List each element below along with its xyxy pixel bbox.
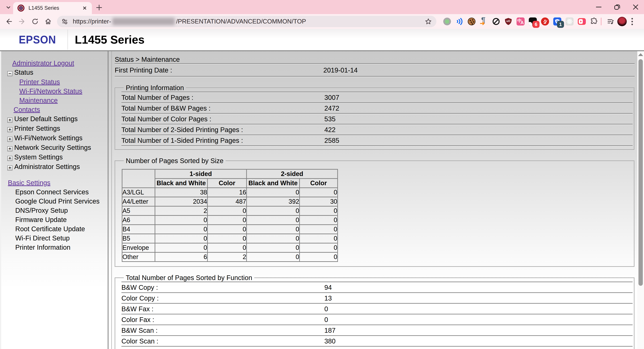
expand-box-icon[interactable]: + [8, 127, 12, 132]
sidebar-item-printer-settings[interactable]: +Printer Settings [1, 125, 108, 132]
back-button[interactable] [2, 15, 16, 28]
sidebar-item-printer-information[interactable]: Printer Information [1, 244, 108, 251]
sidebar-item-maintenance[interactable]: Maintenance [1, 97, 108, 104]
sidebar-item-printer-status[interactable]: Printer Status [1, 78, 108, 85]
bitwarden-extension[interactable]: 1 [553, 18, 561, 26]
reload-button[interactable] [28, 15, 42, 28]
profile-avatar[interactable] [617, 17, 627, 26]
close-window-button[interactable] [632, 3, 640, 11]
info-row: Total Number of 1-Sided Printing Pages :… [122, 136, 632, 145]
extensions-menu-button[interactable] [590, 18, 598, 26]
url-text[interactable]: https://printer-/PRESENTATION/ADVANCED/C… [73, 18, 306, 25]
scrollbar-thumb[interactable] [638, 59, 643, 286]
pages-by-size-table: 1-sided 2-sided Black and White Color Bl… [122, 169, 338, 262]
tab-bar: L1455 Series [0, 0, 644, 14]
browser-tab[interactable]: L1455 Series [13, 2, 92, 14]
pages-by-function-group: Total Number of Pages Sorted by Function… [115, 274, 634, 349]
forward-button[interactable] [16, 15, 28, 28]
status-circle-extension[interactable] [443, 18, 451, 26]
printing-information-legend: Printing Information [124, 84, 186, 92]
microphone-icon [541, 18, 549, 26]
voice-control-extension[interactable] [541, 18, 549, 26]
video-enhancer-extension[interactable] [578, 18, 586, 26]
expand-box-icon[interactable]: + [8, 146, 12, 151]
breadcrumb: Status > Maintenance [115, 56, 634, 63]
sidebar-item-wifi-direct-setup[interactable]: Wi-Fi Direct Setup [1, 235, 108, 242]
svg-text:uO: uO [506, 20, 510, 23]
sidebar-item-firmware-update[interactable]: Firmware Update [1, 216, 108, 223]
puzzle-icon [590, 18, 598, 26]
table-row: A3/LGL 38 16 0 0 [122, 188, 338, 197]
function-row: Color Scan : 380 [122, 336, 632, 346]
restore-button[interactable] [613, 3, 621, 11]
info-row: Total Number of B&W Pages : 2472 [122, 103, 632, 113]
cookie-extension[interactable] [468, 18, 476, 26]
react-atom-icon [566, 18, 574, 26]
pilcrow-extension[interactable]: ¶➜ [480, 18, 488, 26]
expand-box-icon[interactable]: + [8, 137, 12, 142]
translate-icon: 中A [516, 18, 524, 26]
sidebar-item-root-certificate-update[interactable]: Root Certificate Update [1, 225, 108, 232]
expand-box-icon[interactable]: + [8, 156, 12, 161]
page-title: L1455 Series [75, 33, 144, 46]
translate-extension[interactable]: 中A [516, 18, 524, 26]
sidebar-item-status[interactable]: −Status [1, 69, 108, 76]
expand-box-icon[interactable]: + [8, 165, 12, 170]
sidebar-item-google-cloud-print-services[interactable]: Google Cloud Print Services [1, 198, 108, 205]
info-row: Total Number of Color Pages : 535 [122, 114, 632, 124]
function-row: B&W Scan : 187 [122, 325, 632, 335]
tab-title: L1455 Series [28, 5, 59, 11]
scroll-up-arrow-icon[interactable] [638, 53, 643, 56]
info-row: Total Number of Pages : 3007 [122, 93, 632, 102]
content-blocker-extension[interactable] [492, 18, 500, 26]
sidebar-item-system-settings[interactable]: +System Settings [1, 154, 108, 161]
sidebar-item-network-security-settings[interactable]: +Network Security Settings [1, 144, 108, 151]
collapse-box-icon[interactable]: − [8, 71, 12, 76]
star-icon [425, 18, 432, 25]
cookie-icon [468, 18, 476, 25]
playlist-music-icon [607, 18, 615, 25]
table-row: A5 2 0 0 0 [122, 206, 338, 215]
sidebar-item-contacts[interactable]: Contacts [1, 106, 108, 113]
function-row: Color Copy : 13 [122, 293, 632, 303]
url-redacted-segment [112, 18, 175, 25]
minimize-button[interactable] [595, 3, 603, 11]
reload-icon [31, 18, 39, 25]
main-content: Status > Maintenance First Printing Date… [112, 51, 637, 349]
sidebar-item-wifi-network-status[interactable]: Wi-Fi/Network Status [1, 88, 108, 95]
table-row: A6 0 0 0 0 [122, 215, 338, 225]
sidebar-item-dns-proxy-setup[interactable]: DNS/Proxy Setup [1, 207, 108, 214]
video-play-icon [578, 18, 586, 25]
tab-close-button[interactable] [82, 5, 88, 11]
content-background: Administrator Logout −Status Printer Sta… [0, 51, 637, 349]
browser-window: L1455 Series [0, 0, 644, 349]
browser-menu-button[interactable] [632, 18, 633, 25]
home-button[interactable] [42, 15, 55, 28]
sidebar-item-user-default-settings[interactable]: +User Default Settings [1, 115, 108, 123]
sidebar-item-administrator-settings[interactable]: +Administrator Settings [1, 163, 108, 170]
frame-left-edge [0, 51, 1, 349]
pilcrow-arrow-icon: ¶➜ [480, 18, 488, 26]
tab-search-button[interactable] [4, 3, 13, 12]
ublock-extension[interactable]: uO [504, 18, 512, 26]
react-devtools-extension[interactable] [566, 18, 574, 26]
page-header: EPSON L1455 Series [0, 29, 644, 50]
sidebar-item-basic-settings[interactable]: Basic Settings [1, 179, 108, 186]
sidebar-item-wifi-network-settings[interactable]: +Wi-Fi/Network Settings [1, 134, 108, 142]
window-controls [595, 1, 640, 13]
sidebar-item-epson-connect-services[interactable]: Epson Connect Services [1, 188, 108, 195]
pages-by-size-group: Number of Pages Sorted by Size 1-sided 2… [115, 157, 634, 267]
new-tab-button[interactable] [95, 4, 103, 12]
dark-reader-extension[interactable]: 6 [529, 18, 537, 26]
printer-favicon-icon [18, 5, 24, 12]
url-bar[interactable]: https://printer-/PRESENTATION/ADVANCED/C… [57, 16, 436, 27]
function-row: B&W Copy : 94 [122, 282, 632, 292]
expand-box-icon[interactable]: + [8, 118, 12, 123]
sound-waves-extension[interactable] [455, 18, 464, 26]
info-row: Total Number of 2-Sided Printing Pages :… [122, 125, 632, 135]
site-settings-icon[interactable] [62, 18, 68, 25]
media-controls-button[interactable] [604, 15, 617, 28]
page-scrollbar[interactable] [637, 51, 644, 349]
sidebar-item-administrator-logout[interactable]: Administrator Logout [1, 60, 108, 67]
bookmark-star-button[interactable] [425, 18, 432, 25]
